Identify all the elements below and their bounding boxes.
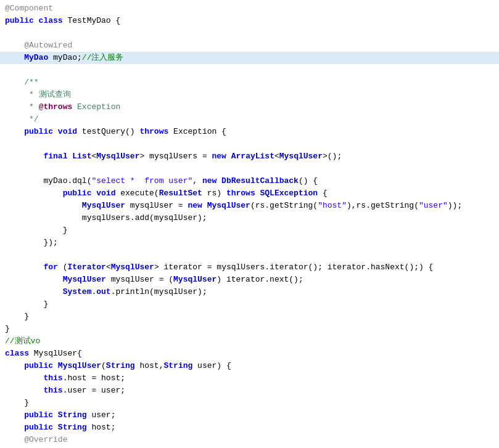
indent — [5, 113, 29, 126]
indent — [5, 212, 82, 224]
add-call: mysqlUsers.add(mysqlUser); — [82, 212, 207, 224]
type-mysqluser4: MysqlUser — [207, 200, 250, 212]
annotation: @Component — [5, 2, 53, 15]
println-call: .println(mysqlUser); — [111, 286, 207, 298]
type-iterator: Iterator — [67, 261, 105, 274]
comment-inject: //注入服务 — [82, 52, 124, 64]
code-line-2: public class TestMyDao { — [0, 15, 499, 27]
code-line-5: MyDao myDao;//注入服务 — [0, 52, 499, 64]
type-mysqluser6: MysqlUser — [63, 274, 111, 286]
code-line-10: */ — [0, 113, 499, 126]
keyword-public6: public — [24, 422, 58, 434]
code-line-18: mysqlUsers.add(mysqlUser); — [0, 212, 499, 224]
str-host: "host" — [318, 200, 347, 212]
code-line-26: } — [0, 311, 499, 323]
type-mysqluser: MysqlUser — [96, 150, 139, 163]
field-host: host; — [91, 422, 115, 434]
close-call: )); — [448, 200, 462, 212]
getstring-call: (rs.getString( — [250, 200, 318, 212]
keyword-new2: new — [202, 175, 221, 187]
generic-close: > — [139, 150, 149, 163]
code-line-16: public void execute(ResultSet rs) throws… — [0, 187, 499, 200]
annotation-override: @Override — [24, 434, 67, 446]
exception-type: Exception { — [173, 126, 226, 138]
type-list: List — [72, 150, 91, 163]
type-mydao: MyDao — [24, 52, 53, 64]
keyword-public2: public — [24, 126, 58, 138]
dot1: . — [91, 286, 96, 298]
for-open: ( — [63, 261, 68, 274]
code-line-7: /** — [0, 76, 499, 89]
indent — [5, 126, 24, 138]
indent — [5, 422, 24, 434]
type-string4: String — [58, 422, 92, 434]
indent — [5, 385, 43, 397]
keyword-public3: public — [63, 187, 97, 200]
field-user: user; — [91, 409, 115, 422]
keyword-for: for — [43, 261, 62, 274]
method-open: { — [318, 187, 328, 200]
indent — [5, 397, 24, 409]
indent — [5, 360, 24, 372]
type-cast: MysqlUser — [173, 274, 217, 286]
javadoc-exception: Exception — [72, 101, 120, 113]
indent — [5, 409, 24, 422]
class-name: TestMyDao { — [67, 15, 120, 27]
generic2: < — [274, 150, 279, 163]
javadoc-start: /** — [24, 76, 38, 89]
indent — [5, 200, 82, 212]
end-decl: >(); — [323, 150, 342, 163]
code-line-19: } — [0, 224, 499, 237]
keyword-void: void — [58, 126, 82, 138]
code-line-27: } — [0, 323, 499, 335]
code-line-33: } — [0, 397, 499, 409]
var-mysqluser: mysqlUser = — [130, 200, 188, 212]
code-line-36: @Override — [0, 434, 499, 446]
for-generic2: > — [154, 261, 164, 274]
type-mysqluser7: MysqlUser — [58, 360, 101, 372]
comma-new: , — [192, 175, 202, 187]
comma2: ),rs.getString( — [347, 200, 419, 212]
indent — [5, 274, 63, 286]
code-line-29: class MysqlUser{ — [0, 348, 499, 360]
string-select: "select * from user" — [91, 175, 192, 187]
param-user: user) { — [197, 360, 231, 372]
code-line-23: MysqlUser mysqlUser = (MysqlUser) iterat… — [0, 274, 499, 286]
code-line-15: myDao.dql("select * from user", new DbRe… — [0, 175, 499, 187]
code-line-35: public String host; — [0, 422, 499, 434]
javadoc-line: * 测试查询 — [29, 89, 71, 101]
code-line-32: this.user = user; — [0, 385, 499, 397]
var-mysqlusers: mysqlUsers = — [149, 150, 212, 163]
method-execute: execute( — [120, 187, 159, 200]
indent — [5, 39, 24, 52]
code-line-24: System.out.println(mysqlUser); — [0, 286, 499, 298]
code-line-30: public MysqlUser(String host,String user… — [0, 360, 499, 372]
indent — [5, 224, 63, 237]
callback-open: () { — [299, 175, 318, 187]
indent — [5, 76, 24, 89]
keyword-out: out — [96, 286, 110, 298]
code-line-13: final List<MysqlUser> mysqlUsers = new A… — [0, 150, 499, 163]
keyword-public: public — [5, 15, 39, 27]
keyword-this: this — [43, 372, 62, 385]
type-resultset: ResultSet — [159, 187, 207, 200]
method-close: } — [24, 311, 29, 323]
type-mysqluser2: MysqlUser — [279, 150, 323, 163]
for-generic: < — [106, 261, 111, 274]
type-string: String — [106, 360, 140, 372]
code-line-34: public String user; — [0, 409, 499, 422]
javadoc-throws: * — [29, 101, 39, 113]
type-sqlexception: SQLException — [260, 187, 318, 200]
indent — [5, 52, 24, 64]
keyword-void2: void — [96, 187, 120, 200]
type-dbresult: DbResultCallback — [221, 175, 299, 187]
var-iterator: iterator = mysqlUsers.iterator(); iterat… — [164, 261, 434, 274]
annotation-autowired: @Autowired — [24, 39, 72, 52]
indent — [5, 237, 43, 249]
keyword-throws2: throws — [226, 187, 260, 200]
indent — [5, 372, 43, 385]
close-callback: }); — [43, 237, 57, 249]
keyword-public5: public — [24, 409, 58, 422]
code-line-9: * @throws Exception — [0, 101, 499, 113]
code-line-6 — [0, 64, 499, 76]
